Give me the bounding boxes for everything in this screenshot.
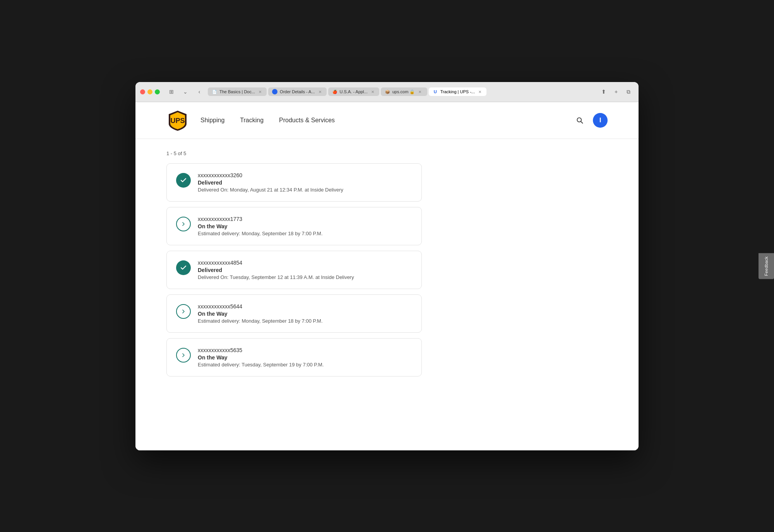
share-button[interactable]: ⬆ <box>598 86 609 97</box>
tab-close-icon[interactable]: ✕ <box>417 89 423 94</box>
tab-close-icon[interactable]: ✕ <box>370 89 375 94</box>
delivered-icon-3 <box>176 260 191 275</box>
tab-order-details[interactable]: Order Details - A... ✕ <box>268 87 326 96</box>
tab-close-icon[interactable]: ✕ <box>317 89 323 94</box>
tracking-number-1: xxxxxxxxxxxx3260 <box>198 172 412 178</box>
toolbar-right: ⬆ + ⧉ <box>598 86 634 97</box>
maximize-button[interactable] <box>155 89 160 94</box>
status-label-2: On the Way <box>198 223 412 229</box>
tab-favicon: 📦 <box>385 89 390 94</box>
results-count: 1 - 5 of 5 <box>166 151 608 156</box>
tracking-card-1[interactable]: xxxxxxxxxxxx3260 Delivered Delivered On:… <box>166 163 422 202</box>
header-right: I <box>573 113 608 128</box>
tab-label: U.S.A. - Appl... <box>340 89 368 94</box>
tracking-card-5[interactable]: xxxxxxxxxxxx5635 On the Way Estimated de… <box>166 338 422 376</box>
tracking-number-4: xxxxxxxxxxxx5644 <box>198 303 412 310</box>
user-avatar[interactable]: I <box>593 113 608 128</box>
svg-text:UPS: UPS <box>170 117 185 125</box>
tracking-number-3: xxxxxxxxxxxx4854 <box>198 260 412 266</box>
split-view-button[interactable]: ⧉ <box>623 86 634 97</box>
status-label-1: Delivered <box>198 180 412 186</box>
tab-favicon: U <box>433 89 438 94</box>
page-content: UPS Shipping Tracking Products & Service… <box>135 102 639 450</box>
new-tab-button[interactable]: + <box>611 86 622 97</box>
tab-favicon: 📄 <box>212 89 217 94</box>
tab-usa[interactable]: 🍎 U.S.A. - Appl... ✕ <box>328 87 379 96</box>
tab-favicon <box>272 89 277 94</box>
close-button[interactable] <box>140 89 145 94</box>
svg-line-2 <box>581 121 583 123</box>
on-the-way-icon-4 <box>176 304 191 319</box>
delivered-icon-1 <box>176 173 191 188</box>
status-detail-1: Delivered On: Monday, August 21 at 12:34… <box>198 187 412 193</box>
card-info-4: xxxxxxxxxxxx5644 On the Way Estimated de… <box>198 303 412 324</box>
mac-window: ⊞ ⌄ ‹ 📄 The Basics | Doc... ✕ Order Deta… <box>135 82 639 450</box>
tracking-card-4[interactable]: xxxxxxxxxxxx5644 On the Way Estimated de… <box>166 294 422 333</box>
status-detail-5: Estimated delivery: Tuesday, September 1… <box>198 362 412 368</box>
ups-logo[interactable]: UPS <box>166 109 189 132</box>
main-content: 1 - 5 of 5 xxxxxxxxxxxx3260 Delivered De… <box>135 139 639 405</box>
status-detail-3: Delivered On: Tuesday, September 12 at 1… <box>198 274 412 280</box>
header-left: UPS Shipping Tracking Products & Service… <box>166 109 335 132</box>
tab-ups-com[interactable]: 📦 ups.com 🔒 ✕ <box>381 87 427 96</box>
chevron-down-icon[interactable]: ⌄ <box>180 86 191 97</box>
nav-shipping[interactable]: Shipping <box>200 117 224 124</box>
card-info-3: xxxxxxxxxxxx4854 Delivered Delivered On:… <box>198 260 412 280</box>
status-label-5: On the Way <box>198 354 412 361</box>
tracking-number-2: xxxxxxxxxxxx1773 <box>198 216 412 222</box>
tab-close-icon[interactable]: ✕ <box>257 89 263 94</box>
ups-header: UPS Shipping Tracking Products & Service… <box>135 102 639 139</box>
on-the-way-icon-2 <box>176 217 191 231</box>
card-info-1: xxxxxxxxxxxx3260 Delivered Delivered On:… <box>198 172 412 193</box>
tracking-card-3[interactable]: xxxxxxxxxxxx4854 Delivered Delivered On:… <box>166 251 422 289</box>
tab-label: Order Details - A... <box>280 89 315 94</box>
tab-label: ups.com 🔒 <box>392 89 415 94</box>
status-detail-4: Estimated delivery: Monday, September 18… <box>198 318 412 324</box>
tab-label: Tracking | UPS -... <box>440 89 475 94</box>
sidebar-toggle-button[interactable]: ⊞ <box>166 86 177 97</box>
title-bar: ⊞ ⌄ ‹ 📄 The Basics | Doc... ✕ Order Deta… <box>135 82 639 102</box>
tab-basics[interactable]: 📄 The Basics | Doc... ✕ <box>208 87 267 96</box>
ups-nav: Shipping Tracking Products & Services <box>200 117 335 124</box>
card-info-2: xxxxxxxxxxxx1773 On the Way Estimated de… <box>198 216 412 236</box>
nav-tracking[interactable]: Tracking <box>240 117 264 124</box>
status-detail-2: Estimated delivery: Monday, September 18… <box>198 231 412 236</box>
tab-bar: 📄 The Basics | Doc... ✕ Order Details - … <box>208 87 592 96</box>
search-button[interactable] <box>573 113 587 127</box>
traffic-lights <box>140 89 160 94</box>
tab-favicon: 🍎 <box>332 89 337 94</box>
tab-tracking-ups[interactable]: U Tracking | UPS -... ✕ <box>429 87 486 96</box>
card-info-5: xxxxxxxxxxxx5635 On the Way Estimated de… <box>198 347 412 368</box>
status-label-3: Delivered <box>198 267 412 273</box>
tab-label: The Basics | Doc... <box>219 89 255 94</box>
tracking-card-2[interactable]: xxxxxxxxxxxx1773 On the Way Estimated de… <box>166 207 422 245</box>
tab-close-icon[interactable]: ✕ <box>477 89 483 94</box>
status-label-4: On the Way <box>198 311 412 317</box>
nav-products-services[interactable]: Products & Services <box>279 117 335 124</box>
minimize-button[interactable] <box>147 89 152 94</box>
back-button[interactable]: ‹ <box>194 86 205 97</box>
tracking-number-5: xxxxxxxxxxxx5635 <box>198 347 412 353</box>
on-the-way-icon-5 <box>176 348 191 363</box>
